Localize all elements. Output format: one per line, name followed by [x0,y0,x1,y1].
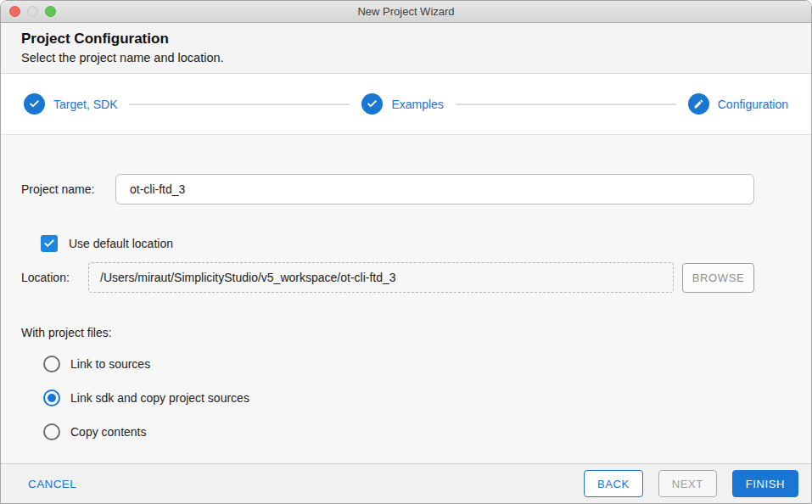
wizard-footer: CANCEL BACK NEXT FINISH [1,463,811,503]
radio-link-sdk-copy-sources[interactable]: Link sdk and copy project sources [43,389,811,407]
use-default-location-label: Use default location [69,237,173,250]
titlebar: New Project Wizard [1,1,811,23]
location-row: Location: BROWSE [21,262,754,293]
radio-copy-contents[interactable]: Copy contents [43,423,811,441]
radio-label: Link to sources [70,357,150,371]
configuration-form: Project name: Use default location Locat… [1,135,811,463]
use-default-location-row[interactable]: Use default location [41,235,811,252]
radio-label: Link sdk and copy project sources [70,391,249,405]
step-label: Examples [391,98,443,111]
location-label: Location: [21,271,88,284]
step-label: Configuration [718,98,788,111]
step-configuration[interactable]: Configuration [688,93,788,115]
radio-button[interactable] [43,389,60,406]
project-name-input[interactable] [115,174,754,204]
window-title: New Project Wizard [1,5,811,18]
pencil-icon [688,93,709,115]
next-button[interactable]: NEXT [658,470,717,497]
check-icon [361,93,383,115]
wizard-stepper: Target, SDK Examples Configuration [1,74,811,135]
check-icon [24,93,45,115]
radio-label: Copy contents [70,425,147,439]
cancel-button[interactable]: CANCEL [28,478,76,490]
checkmark-icon [43,238,55,249]
with-project-files-label: With project files: [21,326,811,339]
radio-button[interactable] [43,423,60,440]
location-input[interactable] [88,262,674,293]
stepper-connector [456,104,676,105]
back-button[interactable]: BACK [584,470,643,497]
step-target-sdk[interactable]: Target, SDK [24,93,117,115]
wizard-header: Project Configuration Select the project… [1,23,811,74]
stepper-connector [129,104,350,105]
new-project-wizard-window: New Project Wizard Project Configuration… [0,0,812,504]
browse-button[interactable]: BROWSE [682,263,754,293]
step-examples[interactable]: Examples [361,93,443,115]
page-title: Project Configuration [21,31,791,48]
project-name-label: Project name: [21,182,115,196]
use-default-location-checkbox[interactable] [41,235,58,252]
radio-link-to-sources[interactable]: Link to sources [43,355,811,373]
finish-button[interactable]: FINISH [732,470,798,497]
step-label: Target, SDK [53,98,117,111]
project-name-row: Project name: [21,174,754,204]
page-subtitle: Select the project name and location. [21,51,791,64]
radio-button[interactable] [43,356,60,372]
